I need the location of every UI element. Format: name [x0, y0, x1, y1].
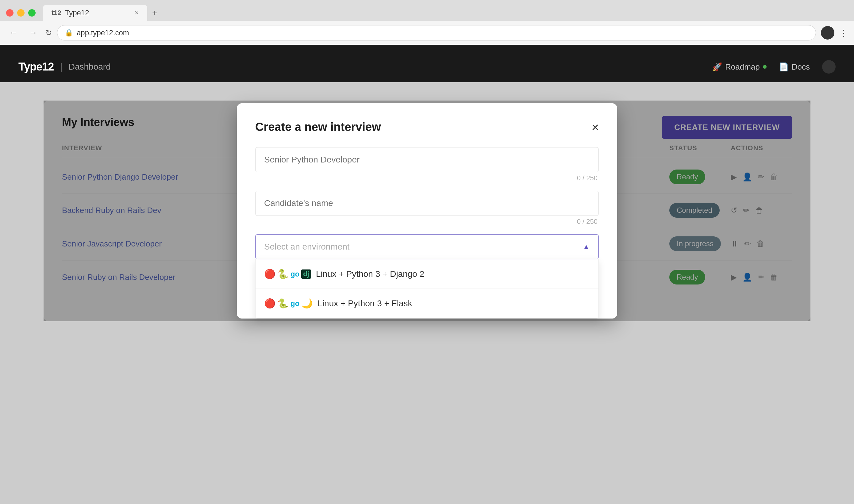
roadmap-status-dot	[763, 65, 767, 69]
chevron-up-icon: ▲	[582, 242, 590, 251]
app-logo: Type12	[18, 60, 54, 73]
go-icon: go	[291, 299, 299, 308]
dashboard-card: My Interviews CREATE NEW INTERVIEW INTER…	[43, 101, 811, 321]
docs-icon: 📄	[779, 62, 789, 72]
browser-user-avatar[interactable]	[821, 26, 834, 39]
environment-dropdown: 🔴 🐍 go dj Linux + Python 3 + Django 2 🔴 …	[255, 259, 599, 319]
job-title-input[interactable]	[255, 147, 599, 172]
nav-docs[interactable]: 📄 Docs	[779, 62, 810, 72]
environment-option-django[interactable]: 🔴 🐍 go dj Linux + Python 3 + Django 2	[256, 259, 598, 289]
address-url: app.type12.com	[77, 29, 129, 37]
env-icons-flask: 🔴 🐍 go 🌙	[264, 298, 313, 309]
page-title: Dashboard	[69, 62, 111, 72]
env-icons-django: 🔴 🐍 go dj	[264, 269, 311, 279]
browser-tab-bar: t12 Type12 × +	[0, 0, 854, 21]
tab-close-icon[interactable]: ×	[135, 9, 139, 17]
environment-option-flask[interactable]: 🔴 🐍 go 🌙 Linux + Python 3 + Flask	[256, 289, 598, 318]
nav-roadmap[interactable]: 🚀 Roadmap	[712, 62, 767, 72]
forward-button[interactable]: →	[26, 27, 40, 39]
rocket-icon: 🚀	[712, 62, 722, 72]
environment-label: Linux + Python 3 + Django 2	[316, 269, 424, 279]
back-button[interactable]: ←	[6, 27, 21, 39]
environment-select[interactable]: Select an environment ▲	[255, 234, 599, 259]
environment-select-container: Select an environment ▲ 🔴 🐍 go dj Linux …	[255, 234, 599, 319]
candidate-name-input[interactable]	[255, 191, 599, 216]
header-divider: |	[60, 61, 62, 73]
lock-icon: 🔒	[65, 29, 73, 37]
tab-title: Type12	[65, 8, 89, 17]
job-title-char-count: 0 / 250	[255, 172, 599, 187]
app-header: Type12 | Dashboard 🚀 Roadmap 📄 Docs	[0, 52, 854, 82]
candidate-name-group: 0 / 250	[255, 191, 599, 231]
flask-icon: 🌙	[301, 298, 313, 309]
python-icon: 🐍	[277, 298, 289, 309]
linux-icon: 🔴	[264, 269, 276, 279]
select-placeholder: Select an environment	[264, 242, 350, 252]
browser-tab[interactable]: t12 Type12 ×	[43, 5, 147, 21]
roadmap-label: Roadmap	[725, 62, 760, 72]
window-controls	[6, 9, 36, 17]
modal-header: Create a new interview ×	[255, 121, 599, 134]
browser-chrome: t12 Type12 × + ← → ↻ 🔒 app.type12.com ⋮	[0, 0, 854, 45]
job-title-group: 0 / 250	[255, 147, 599, 187]
modal-title: Create a new interview	[255, 121, 381, 134]
linux-icon: 🔴	[264, 298, 276, 309]
refresh-button[interactable]: ↻	[46, 28, 52, 38]
main-content: My Interviews CREATE NEW INTERVIEW INTER…	[0, 82, 854, 504]
user-avatar[interactable]	[822, 60, 836, 74]
modal-close-button[interactable]: ×	[592, 121, 599, 133]
django-icon: dj	[301, 269, 311, 279]
maximize-window-button[interactable]	[28, 9, 36, 17]
python-icon: 🐍	[277, 269, 289, 279]
go-icon: go	[291, 270, 299, 278]
docs-label: Docs	[792, 62, 810, 72]
minimize-window-button[interactable]	[17, 9, 24, 17]
new-tab-button[interactable]: +	[150, 5, 159, 20]
browser-menu-button[interactable]: ⋮	[839, 28, 848, 38]
candidate-name-char-count: 0 / 250	[255, 216, 599, 231]
close-window-button[interactable]	[6, 9, 14, 17]
environment-label: Linux + Python 3 + Flask	[317, 299, 412, 308]
browser-nav-bar: ← → ↻ 🔒 app.type12.com ⋮	[0, 21, 854, 45]
address-bar[interactable]: 🔒 app.type12.com	[57, 25, 816, 40]
tab-favicon: t12	[52, 9, 62, 17]
header-nav: 🚀 Roadmap 📄 Docs	[712, 60, 836, 74]
modal-overlay[interactable]: Create a new interview × 0 / 250 0 / 250…	[43, 101, 811, 321]
create-interview-modal: Create a new interview × 0 / 250 0 / 250…	[237, 103, 617, 319]
